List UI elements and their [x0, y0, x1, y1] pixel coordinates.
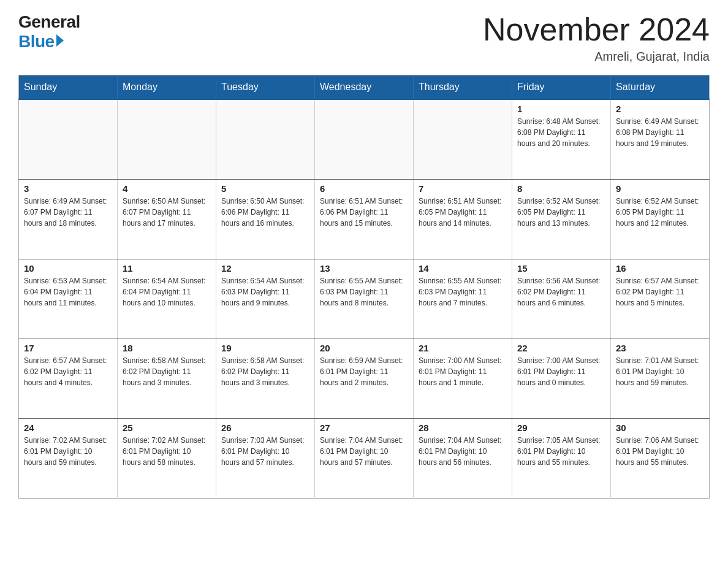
day-number: 27 — [320, 423, 408, 433]
day-info: Sunrise: 7:04 AM Sunset: 6:01 PM Dayligh… — [320, 435, 408, 468]
table-row: 9Sunrise: 6:52 AM Sunset: 6:05 PM Daylig… — [611, 179, 710, 259]
day-number: 30 — [616, 423, 704, 433]
day-number: 22 — [517, 343, 605, 353]
day-info: Sunrise: 6:56 AM Sunset: 6:02 PM Dayligh… — [517, 275, 605, 308]
day-info: Sunrise: 6:49 AM Sunset: 6:08 PM Dayligh… — [616, 116, 704, 149]
day-number: 25 — [123, 423, 211, 433]
day-number: 15 — [517, 263, 605, 274]
day-number: 8 — [517, 183, 605, 194]
table-row: 25Sunrise: 7:02 AM Sunset: 6:01 PM Dayli… — [118, 418, 216, 498]
table-row — [19, 99, 118, 179]
day-number: 14 — [419, 263, 507, 274]
calendar-header-row: Sunday Monday Tuesday Wednesday Thursday… — [19, 75, 710, 100]
table-row: 14Sunrise: 6:55 AM Sunset: 6:03 PM Dayli… — [414, 259, 512, 339]
table-row — [414, 99, 512, 179]
day-info: Sunrise: 7:03 AM Sunset: 6:01 PM Dayligh… — [221, 435, 309, 468]
location-text: Amreli, Gujarat, India — [483, 50, 710, 64]
day-info: Sunrise: 6:52 AM Sunset: 6:05 PM Dayligh… — [517, 196, 605, 229]
table-row: 21Sunrise: 7:00 AM Sunset: 6:01 PM Dayli… — [414, 339, 512, 418]
table-row: 7Sunrise: 6:51 AM Sunset: 6:05 PM Daylig… — [414, 179, 512, 259]
day-info: Sunrise: 6:50 AM Sunset: 6:06 PM Dayligh… — [221, 196, 309, 229]
table-row: 28Sunrise: 7:04 AM Sunset: 6:01 PM Dayli… — [414, 418, 512, 498]
calendar-week-row: 3Sunrise: 6:49 AM Sunset: 6:07 PM Daylig… — [19, 179, 710, 259]
day-number: 13 — [320, 263, 408, 274]
day-number: 3 — [24, 183, 112, 194]
table-row: 4Sunrise: 6:50 AM Sunset: 6:07 PM Daylig… — [118, 179, 216, 259]
day-info: Sunrise: 6:57 AM Sunset: 6:02 PM Dayligh… — [616, 275, 704, 308]
header-friday: Friday — [512, 75, 611, 100]
day-info: Sunrise: 6:54 AM Sunset: 6:03 PM Dayligh… — [221, 275, 309, 308]
table-row: 8Sunrise: 6:52 AM Sunset: 6:05 PM Daylig… — [512, 179, 611, 259]
day-info: Sunrise: 6:49 AM Sunset: 6:07 PM Dayligh… — [24, 196, 112, 229]
table-row: 17Sunrise: 6:57 AM Sunset: 6:02 PM Dayli… — [19, 339, 118, 418]
day-info: Sunrise: 6:57 AM Sunset: 6:02 PM Dayligh… — [24, 355, 112, 388]
table-row: 10Sunrise: 6:53 AM Sunset: 6:04 PM Dayli… — [19, 259, 118, 339]
calendar-table: Sunday Monday Tuesday Wednesday Thursday… — [18, 75, 710, 499]
day-info: Sunrise: 6:51 AM Sunset: 6:06 PM Dayligh… — [320, 196, 408, 229]
logo-triangle-icon — [56, 34, 64, 47]
day-number: 23 — [616, 343, 704, 353]
day-info: Sunrise: 6:58 AM Sunset: 6:02 PM Dayligh… — [221, 355, 309, 388]
day-number: 19 — [221, 343, 309, 353]
day-info: Sunrise: 7:04 AM Sunset: 6:01 PM Dayligh… — [419, 435, 507, 468]
calendar-week-row: 10Sunrise: 6:53 AM Sunset: 6:04 PM Dayli… — [19, 259, 710, 339]
table-row: 12Sunrise: 6:54 AM Sunset: 6:03 PM Dayli… — [216, 259, 315, 339]
day-number: 11 — [123, 263, 211, 274]
day-number: 20 — [320, 343, 408, 353]
table-row: 2Sunrise: 6:49 AM Sunset: 6:08 PM Daylig… — [611, 99, 710, 179]
table-row: 5Sunrise: 6:50 AM Sunset: 6:06 PM Daylig… — [216, 179, 315, 259]
header-thursday: Thursday — [414, 75, 512, 100]
header-monday: Monday — [118, 75, 216, 100]
table-row — [216, 99, 315, 179]
day-info: Sunrise: 7:06 AM Sunset: 6:01 PM Dayligh… — [616, 435, 704, 468]
day-number: 7 — [419, 183, 507, 194]
table-row: 15Sunrise: 6:56 AM Sunset: 6:02 PM Dayli… — [512, 259, 611, 339]
day-info: Sunrise: 7:02 AM Sunset: 6:01 PM Dayligh… — [123, 435, 211, 468]
logo-blue-line: Blue — [18, 32, 64, 52]
table-row — [118, 99, 216, 179]
day-info: Sunrise: 6:58 AM Sunset: 6:02 PM Dayligh… — [123, 355, 211, 388]
day-number: 2 — [616, 104, 704, 114]
table-row: 6Sunrise: 6:51 AM Sunset: 6:06 PM Daylig… — [315, 179, 414, 259]
header-saturday: Saturday — [611, 75, 710, 100]
day-number: 28 — [419, 423, 507, 433]
title-area: November 2024 Amreli, Gujarat, India — [483, 12, 710, 64]
header-wednesday: Wednesday — [315, 75, 414, 100]
logo: General Blue — [18, 12, 80, 52]
day-number: 29 — [517, 423, 605, 433]
table-row: 3Sunrise: 6:49 AM Sunset: 6:07 PM Daylig… — [19, 179, 118, 259]
calendar-week-row: 24Sunrise: 7:02 AM Sunset: 6:01 PM Dayli… — [19, 418, 710, 498]
day-number: 9 — [616, 183, 704, 194]
calendar-week-row: 1Sunrise: 6:48 AM Sunset: 6:08 PM Daylig… — [19, 99, 710, 179]
table-row: 27Sunrise: 7:04 AM Sunset: 6:01 PM Dayli… — [315, 418, 414, 498]
day-info: Sunrise: 6:54 AM Sunset: 6:04 PM Dayligh… — [123, 275, 211, 308]
day-info: Sunrise: 6:55 AM Sunset: 6:03 PM Dayligh… — [419, 275, 507, 308]
day-number: 16 — [616, 263, 704, 274]
page-header: General Blue November 2024 Amreli, Gujar… — [18, 12, 710, 64]
day-info: Sunrise: 7:01 AM Sunset: 6:01 PM Dayligh… — [616, 355, 704, 388]
day-info: Sunrise: 6:48 AM Sunset: 6:08 PM Dayligh… — [517, 116, 605, 149]
day-number: 18 — [123, 343, 211, 353]
day-info: Sunrise: 7:02 AM Sunset: 6:01 PM Dayligh… — [24, 435, 112, 468]
table-row: 13Sunrise: 6:55 AM Sunset: 6:03 PM Dayli… — [315, 259, 414, 339]
table-row: 18Sunrise: 6:58 AM Sunset: 6:02 PM Dayli… — [118, 339, 216, 418]
calendar-week-row: 17Sunrise: 6:57 AM Sunset: 6:02 PM Dayli… — [19, 339, 710, 418]
day-number: 6 — [320, 183, 408, 194]
table-row: 19Sunrise: 6:58 AM Sunset: 6:02 PM Dayli… — [216, 339, 315, 418]
day-number: 12 — [221, 263, 309, 274]
day-number: 1 — [517, 104, 605, 114]
table-row: 30Sunrise: 7:06 AM Sunset: 6:01 PM Dayli… — [611, 418, 710, 498]
day-number: 26 — [221, 423, 309, 433]
day-info: Sunrise: 7:00 AM Sunset: 6:01 PM Dayligh… — [419, 355, 507, 388]
day-number: 4 — [123, 183, 211, 194]
day-info: Sunrise: 6:52 AM Sunset: 6:05 PM Dayligh… — [616, 196, 704, 229]
day-number: 17 — [24, 343, 112, 353]
day-info: Sunrise: 6:53 AM Sunset: 6:04 PM Dayligh… — [24, 275, 112, 308]
table-row: 20Sunrise: 6:59 AM Sunset: 6:01 PM Dayli… — [315, 339, 414, 418]
day-info: Sunrise: 6:55 AM Sunset: 6:03 PM Dayligh… — [320, 275, 408, 308]
table-row — [315, 99, 414, 179]
day-number: 21 — [419, 343, 507, 353]
month-title: November 2024 — [483, 12, 710, 47]
day-info: Sunrise: 6:50 AM Sunset: 6:07 PM Dayligh… — [123, 196, 211, 229]
table-row: 1Sunrise: 6:48 AM Sunset: 6:08 PM Daylig… — [512, 99, 611, 179]
